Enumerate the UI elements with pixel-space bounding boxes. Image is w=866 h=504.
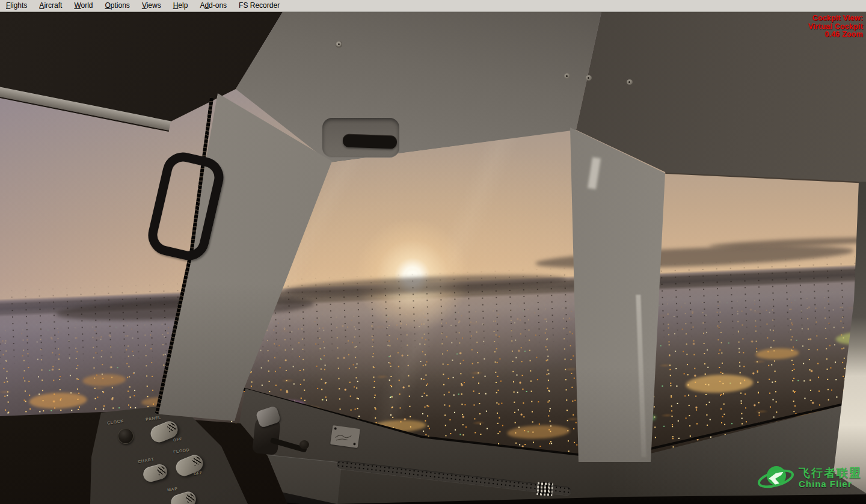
virtual-cockpit-scene: CLOCK PANEL OFF CHART FLOOD OFF MAP	[0, 12, 866, 504]
sill-placard	[330, 425, 360, 448]
menu-label-part: d	[204, 1, 209, 10]
menu-bar: Flights Aircraft World Options Views Hel…	[0, 0, 866, 12]
menu-label-part: H	[173, 1, 179, 10]
menu-label-part: d-ons	[209, 1, 227, 10]
menu-label-part: V	[142, 1, 147, 10]
menu-label-part: ircraft	[44, 1, 62, 10]
china-flier-logo-icon	[757, 461, 795, 496]
watermark-english: China Flier	[799, 479, 862, 489]
canopy-screw	[336, 41, 342, 48]
menu-label-part: A	[200, 1, 204, 10]
knob-pointer	[192, 456, 201, 466]
menu-label-part: iews	[147, 1, 161, 10]
menu-label-part: orld	[81, 1, 93, 10]
menu-label-part: ptions	[111, 1, 130, 10]
watermark-text: 飞行者联盟 China Flier	[799, 467, 862, 489]
ceiling-fastener	[586, 75, 592, 81]
ceiling-fastener	[564, 73, 570, 79]
menu-label-part: W	[74, 1, 81, 10]
clock-button[interactable]	[118, 428, 134, 444]
menu-views[interactable]: Views	[136, 0, 167, 11]
view-info-text: Cockpit View: Virtual Cockpit 0.46 Zoom	[808, 14, 863, 39]
knob-pointer	[185, 493, 194, 503]
menu-label-part: F	[6, 1, 10, 10]
china-flier-watermark: 飞行者联盟 China Flier	[757, 461, 862, 496]
knob-pointer	[157, 466, 166, 476]
menu-label-part: elp	[178, 1, 188, 10]
wiper-pivot	[299, 440, 309, 449]
view-info-line: Cockpit View:	[808, 14, 863, 23]
menu-label-part: lights	[10, 1, 27, 10]
view-info-line: Virtual Cockpit	[808, 23, 863, 31]
ceiling-fastener	[627, 79, 633, 85]
view-info-line: 0.46 Zoom	[808, 31, 863, 39]
menu-aircraft[interactable]: Aircraft	[33, 0, 68, 11]
menu-help[interactable]: Help	[167, 0, 194, 11]
menu-fs-recorder[interactable]: FS Recorder	[233, 0, 286, 11]
menu-addons[interactable]: Add-ons	[194, 0, 233, 11]
watermark-chinese: 飞行者联盟	[799, 467, 862, 479]
window-latch-handle[interactable]	[343, 134, 398, 149]
menu-label-part: FS Recorder	[239, 1, 280, 10]
menu-label-part: A	[39, 1, 44, 10]
menu-options[interactable]: Options	[99, 0, 136, 11]
checkered-placard	[536, 482, 553, 496]
knob-pointer	[167, 422, 176, 432]
menu-flights[interactable]: Flights	[0, 0, 33, 11]
menu-world[interactable]: World	[68, 0, 99, 11]
eyebrow-window-recess	[322, 118, 399, 158]
menu-label-part: O	[105, 1, 111, 10]
